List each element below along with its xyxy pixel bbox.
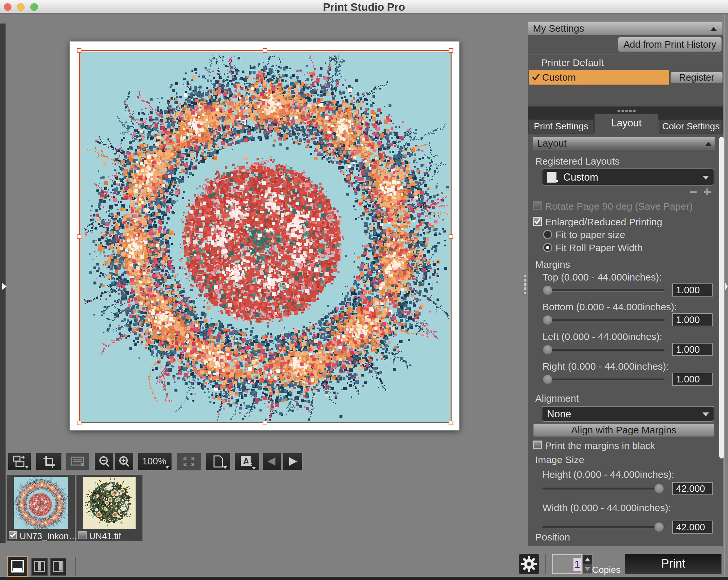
svg-text:A: A (243, 456, 249, 466)
